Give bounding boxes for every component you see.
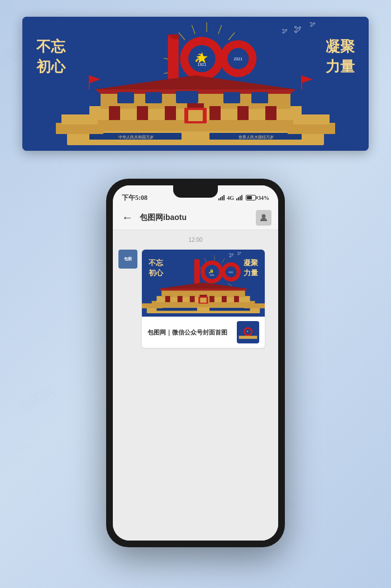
battery-icon bbox=[246, 195, 256, 200]
svg-text:☭: ☭ bbox=[246, 330, 249, 333]
message-thumbnail: ☭ bbox=[237, 321, 259, 343]
svg-line-1 bbox=[218, 25, 222, 34]
svg-line-17 bbox=[192, 25, 195, 34]
svg-line-62 bbox=[222, 258, 225, 262]
banner-inner: 不忘 初心 凝聚 力量 🕊 🕊 🕊 bbox=[22, 17, 369, 151]
signal-bar-8 bbox=[241, 195, 242, 200]
svg-rect-47 bbox=[188, 110, 203, 121]
svg-rect-91 bbox=[209, 296, 214, 302]
thumb-logo: ☭ bbox=[237, 321, 259, 343]
svg-rect-95 bbox=[200, 298, 206, 303]
battery-percent: 34% bbox=[258, 195, 269, 201]
mini-banner: 不忘 初心 凝聚 力量 🕊 🕊 bbox=[142, 250, 265, 317]
phone-notch bbox=[173, 185, 218, 198]
nav-bar: ← 包图网ibaotu bbox=[113, 205, 278, 230]
nav-title: 包图网ibaotu bbox=[140, 213, 251, 223]
signal-bars-2 bbox=[236, 195, 242, 200]
svg-text:2021: 2021 bbox=[229, 271, 233, 274]
svg-rect-40 bbox=[265, 106, 276, 120]
svg-rect-36 bbox=[165, 106, 176, 120]
phone-mockup: 下午5:08 4G 34% bbox=[106, 179, 285, 547]
svg-marker-57 bbox=[89, 75, 101, 83]
svg-rect-104 bbox=[239, 336, 258, 338]
signal-bar-1 bbox=[218, 198, 220, 200]
banner-right-text: 凝聚 力量 bbox=[326, 36, 355, 77]
network-type: 4G bbox=[227, 195, 234, 201]
svg-rect-43 bbox=[176, 91, 198, 103]
sender-avatar: 包图 bbox=[118, 250, 137, 269]
banner-left-text: 不忘 初心 bbox=[36, 36, 65, 77]
svg-marker-32 bbox=[95, 75, 296, 89]
signal-bar-5 bbox=[236, 198, 237, 200]
svg-rect-87 bbox=[165, 296, 170, 302]
mini-banner-left-text: 不忘 初心 bbox=[149, 258, 163, 278]
svg-rect-93 bbox=[234, 296, 239, 302]
svg-rect-41 bbox=[117, 92, 134, 103]
svg-marker-59 bbox=[302, 75, 313, 83]
mini-tiananmen bbox=[142, 280, 265, 317]
nav-avatar[interactable] bbox=[256, 210, 271, 226]
svg-rect-99 bbox=[244, 303, 265, 308]
person-icon bbox=[259, 213, 268, 222]
bird-decoration-1: 🕊 bbox=[294, 25, 302, 34]
svg-rect-45 bbox=[251, 92, 268, 103]
svg-rect-34 bbox=[109, 106, 120, 120]
message-footer: 包图网｜微信公众号封面首图 ☭ bbox=[142, 317, 265, 348]
svg-rect-35 bbox=[137, 106, 148, 120]
message-content: 不忘 初心 凝聚 力量 🕊 🕊 bbox=[142, 250, 265, 348]
svg-rect-89 bbox=[190, 296, 195, 302]
top-banner-card: 不忘 初心 凝聚 力量 🕊 🕊 🕊 bbox=[22, 17, 369, 151]
svg-rect-88 bbox=[178, 296, 183, 302]
chat-timestamp: 12:00 bbox=[118, 237, 273, 243]
svg-rect-39 bbox=[237, 106, 249, 120]
svg-line-16 bbox=[179, 32, 185, 40]
status-indicators: 4G 34% bbox=[218, 195, 269, 201]
svg-rect-98 bbox=[142, 303, 163, 308]
back-button[interactable]: ← bbox=[120, 209, 135, 226]
signal-bar-7 bbox=[240, 196, 241, 200]
battery-fill bbox=[247, 196, 252, 199]
svg-rect-38 bbox=[209, 106, 221, 120]
message-bubble: 包图 不忘 初心 凝聚 力量 🕊 🕊 bbox=[118, 250, 273, 348]
svg-text:2021: 2021 bbox=[234, 57, 243, 61]
signal-bar-2 bbox=[220, 197, 221, 200]
svg-line-2 bbox=[228, 32, 235, 40]
svg-rect-42 bbox=[145, 92, 162, 103]
phone-screen: 下午5:08 4G 34% bbox=[113, 185, 278, 541]
signal-bar-4 bbox=[223, 195, 225, 200]
svg-line-72 bbox=[204, 258, 207, 262]
bird-decoration-3: 🕊 bbox=[282, 28, 288, 34]
mini-banner-right-text: 凝聚 力量 bbox=[244, 258, 258, 278]
svg-text:世界人民大团结万岁: 世界人民大团结万岁 bbox=[239, 135, 274, 140]
svg-point-60 bbox=[262, 214, 266, 218]
svg-text:1921: 1921 bbox=[198, 63, 207, 66]
signal-bar-3 bbox=[222, 196, 223, 200]
status-time: 下午5:08 bbox=[122, 193, 147, 203]
bird-decoration-2: 🕊 bbox=[310, 21, 316, 27]
svg-rect-54 bbox=[61, 114, 98, 125]
signal-bar-6 bbox=[238, 197, 239, 200]
tiananmen-building: 中华人民共和国万岁 世界人民大团结万岁 bbox=[56, 73, 335, 151]
message-footer-text: 包图网｜微信公众号封面首图 bbox=[147, 328, 232, 337]
svg-marker-86 bbox=[159, 289, 247, 291]
svg-rect-92 bbox=[222, 296, 227, 302]
svg-marker-85 bbox=[159, 283, 247, 289]
svg-rect-55 bbox=[293, 114, 330, 125]
svg-text:中华人民共和国万岁: 中华人民共和国万岁 bbox=[118, 135, 154, 140]
svg-rect-44 bbox=[223, 92, 240, 103]
signal-bars bbox=[218, 195, 225, 200]
svg-text:1921: 1921 bbox=[209, 274, 214, 276]
chat-area[interactable]: 12:00 包图 不忘 初心 凝聚 力量 🕊 🕊 bbox=[113, 230, 278, 541]
